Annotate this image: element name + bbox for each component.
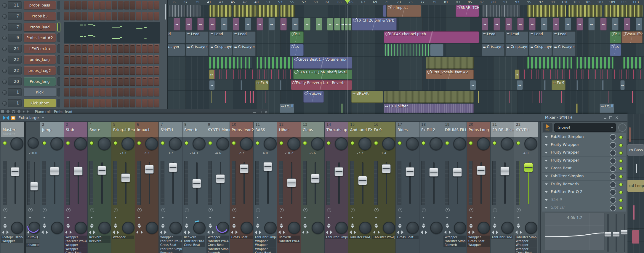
- step-cell[interactable]: [100, 12, 105, 20]
- step-cell[interactable]: [100, 55, 105, 64]
- strip-time-icon[interactable]: [185, 208, 189, 212]
- mixer-strip[interactable]: 17RidesGross Beat: [396, 122, 419, 253]
- step-cell[interactable]: [82, 99, 87, 107]
- mini-clip[interactable]: ↦: [600, 18, 607, 30]
- step-cell[interactable]: [88, 55, 93, 64]
- strip-volume-fader[interactable]: [30, 182, 38, 191]
- channel-select-cell[interactable]: [57, 12, 60, 20]
- mini-clip[interactable]: ↦: [517, 18, 524, 30]
- step-cell[interactable]: [88, 44, 93, 53]
- channel-button[interactable]: LEAD extra: [24, 44, 56, 53]
- strip-enable-led[interactable]: [493, 141, 496, 145]
- strip-enable-led[interactable]: [3, 141, 7, 145]
- mini-clip[interactable]: [280, 80, 281, 90]
- strip-enable-led[interactable]: [161, 141, 165, 145]
- channel-count-box[interactable]: 7: [8, 12, 22, 20]
- chevron-down-icon[interactable]: [545, 136, 548, 138]
- strip-volume-fader[interactable]: [74, 167, 83, 175]
- channel-count-box[interactable]: 9: [8, 34, 22, 42]
- strip-updown-arrows[interactable]: [351, 223, 354, 228]
- strip-updown-arrows[interactable]: [114, 223, 117, 228]
- automation-clip[interactable]: ..s: [290, 44, 304, 56]
- step-cell[interactable]: [148, 1, 153, 9]
- strip-updown-arrows[interactable]: [422, 223, 425, 228]
- channel-mute-led[interactable]: [2, 101, 7, 106]
- strip-header[interactable]: 10Probs_lead2: [230, 122, 253, 137]
- strip-time-icon[interactable]: [446, 208, 450, 212]
- strip-leftright-arrows[interactable]: [136, 231, 143, 233]
- step-cell[interactable]: [76, 66, 81, 75]
- step-cell[interactable]: [118, 12, 123, 20]
- mini-clip[interactable]: ↦: [257, 18, 263, 30]
- pattern-clip[interactable]: ≡ Lead: [209, 31, 232, 43]
- strip-header[interactable]: MasterMaster: [1, 122, 24, 137]
- rack-scrollbar[interactable]: [165, 4, 166, 20]
- mixer-strip[interactable]: 2129 DR..RiserFabFilter Pro-Q 2: [491, 122, 514, 253]
- strip-leftright-arrows[interactable]: [231, 231, 238, 233]
- effect-mix-knob[interactable]: [610, 189, 616, 196]
- channel-select-cell[interactable]: [57, 23, 60, 31]
- step-cell[interactable]: [64, 66, 69, 75]
- strip-leftright-arrows[interactable]: [373, 231, 380, 233]
- mixer-strip[interactable]: 4SnareReeverbReeverb: [88, 122, 111, 253]
- pattern-clip[interactable]: ↦ Fx..ll 1: [600, 104, 614, 113]
- pattern-clip[interactable]: isp..ayer: [167, 44, 185, 56]
- strip-stereo-knob[interactable]: [264, 222, 277, 234]
- effect-slot[interactable]: FabFilter Simplon: [542, 133, 626, 141]
- audio-clip[interactable]: ↦ FX Uplifter: [384, 104, 474, 113]
- step-cell[interactable]: [70, 99, 75, 107]
- mini-clip[interactable]: ↦: [197, 18, 204, 30]
- strip-enable-led[interactable]: [445, 141, 449, 145]
- strip-header[interactable]: 7SYNTH: [159, 122, 182, 137]
- step-cell[interactable]: [112, 55, 117, 64]
- step-cell[interactable]: [118, 44, 123, 53]
- loop-icon[interactable]: [12, 110, 15, 113]
- close-icon[interactable]: [616, 116, 618, 119]
- strip-enable-led[interactable]: [256, 141, 259, 145]
- pattern-clip[interactable]: [623, 57, 643, 69]
- channel-select-cell[interactable]: [57, 33, 60, 42]
- channel-select-cell[interactable]: [57, 1, 60, 9]
- strip-pan-knob[interactable]: [10, 137, 23, 150]
- strip-leftright-arrows[interactable]: [302, 231, 309, 233]
- step-cell[interactable]: [106, 99, 111, 107]
- strip-time-icon[interactable]: [280, 208, 284, 212]
- step-cell[interactable]: [82, 77, 87, 86]
- channel-button[interactable]: Probs b3: [24, 12, 56, 20]
- strip-header[interactable]: 16Fx 9: [372, 122, 395, 137]
- effect-mix-knob[interactable]: [610, 173, 616, 180]
- strip-time-icon[interactable]: [43, 208, 47, 212]
- strip-leftright-arrows[interactable]: [255, 231, 261, 233]
- channel-mute-led[interactable]: [2, 80, 7, 84]
- step-cell[interactable]: [64, 88, 69, 96]
- pattern-clip[interactable]: [527, 57, 572, 69]
- step-cell[interactable]: [76, 1, 81, 9]
- mini-clip[interactable]: ↦: [588, 18, 595, 30]
- strip-volume-fader[interactable]: [358, 176, 367, 185]
- automation-clip[interactable]: Fruity Reeverb (..) – Reverb: [291, 80, 352, 90]
- step-cell[interactable]: [82, 12, 87, 20]
- step-cell[interactable]: [112, 99, 117, 107]
- step-cell[interactable]: [94, 1, 99, 9]
- mini-clip[interactable]: ↦: [185, 18, 192, 30]
- mini-clip[interactable]: ↦: [233, 18, 239, 30]
- step-cell[interactable]: [82, 66, 87, 75]
- channel-mute-led[interactable]: [2, 14, 7, 19]
- effect-slot[interactable]: Slot 10: [542, 204, 626, 212]
- mixer-detach-icon[interactable]: [3, 116, 9, 120]
- step-cell[interactable]: [100, 66, 105, 75]
- audio-clip[interactable]: [527, 5, 566, 17]
- strip-time-icon[interactable]: [28, 208, 33, 212]
- strip-updown-arrows[interactable]: [446, 223, 449, 228]
- mini-clip[interactable]: ↦: [304, 18, 310, 30]
- step-cell[interactable]: [142, 77, 147, 86]
- effect-mix-knob[interactable]: [610, 205, 616, 211]
- strip-leftright-arrows[interactable]: [326, 231, 332, 233]
- step-cell[interactable]: [70, 55, 75, 64]
- mixer-strip[interactable]: 8Reverb-14.1ReeverbFabFilter Pro-Q 2Gros…: [182, 122, 206, 253]
- mixer-strip[interactable]: 14Thro..ds upFabFilter Simplon: [325, 122, 348, 253]
- automation-clip[interactable]: P..t: [610, 31, 621, 43]
- step-cell[interactable]: [112, 77, 117, 86]
- playlist-track[interactable]: ↦↦↦↦↦↦↦↦↦↦↦↦↦↦↦↦↦↦FX CH 26 Sim & Verb↦↦↦…: [168, 17, 644, 31]
- strip-stereo-knob[interactable]: [51, 222, 63, 234]
